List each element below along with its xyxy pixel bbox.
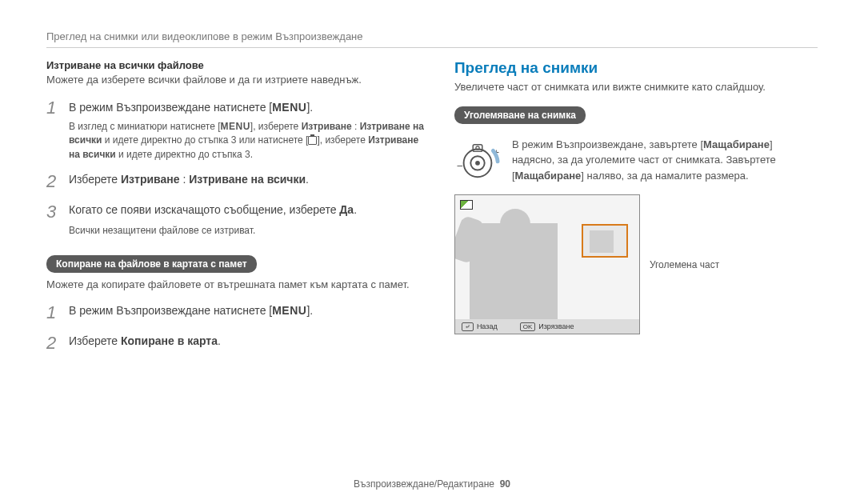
menu-label: MENU [272, 101, 306, 114]
step-2: 2 Изберете Изтриване : Изтриване на всич… [46, 171, 426, 192]
ok-button[interactable]: OK Изрязване [520, 322, 574, 331]
page-title: Преглед на снимки [454, 59, 818, 77]
trash-icon [308, 136, 317, 145]
heading-enlarge: Уголемяване на снимка [454, 106, 586, 124]
back-key-icon: ⤶ [462, 322, 474, 331]
ok-key-icon: OK [520, 322, 536, 331]
step-copy-2: 2 Изберете Копиране в карта. [46, 333, 426, 354]
svg-rect-5 [473, 145, 482, 152]
step-number: 3 [46, 202, 61, 222]
step-number: 2 [46, 171, 61, 192]
heading-delete-all: Изтриване на всички файлове [46, 59, 426, 71]
step-copy-1: 1 В режим Възпроизвеждане натиснете [MEN… [46, 302, 426, 323]
step-1-text-a: В режим Възпроизвеждане натиснете [ [69, 101, 272, 114]
step-1: 1 В режим Възпроизвеждане натиснете [MEN… [46, 98, 426, 118]
step-3-note: Всички незащитени файлове се изтриват. [69, 224, 426, 238]
back-button[interactable]: ⤶ Назад [462, 322, 498, 331]
zoom-description: В режим Възпроизвеждане, завъртете [Маща… [512, 137, 818, 184]
callout-label: Уголемена част [650, 259, 719, 270]
step-1-note: В изглед с миниатюри натиснете [MENU], и… [69, 120, 426, 162]
svg-text:−: − [457, 159, 463, 171]
heading-copy-files: Копиране на файлове в картата с памет [46, 255, 257, 273]
subtitle: Увеличете част от снимката или вижте сни… [454, 80, 818, 95]
zoom-dial-icon: + − [454, 137, 501, 183]
back-label: Назад [477, 322, 498, 330]
breadcrumb: Преглед на снимки или видеоклипове в реж… [46, 30, 818, 48]
callout-connector [639, 238, 640, 240]
ok-label: Изрязване [538, 322, 574, 330]
zoom-thumbnail [582, 224, 628, 258]
silhouette-body [470, 223, 558, 319]
step-3: 3 Когато се появи изскачащото съобщение,… [46, 202, 426, 222]
svg-point-2 [475, 161, 480, 166]
screenshot-row: ⤶ Назад OK Изрязване Уголемена част [454, 194, 818, 334]
step-number: 2 [46, 333, 61, 354]
photo-icon [460, 200, 473, 210]
content-columns: Изтриване на всички файлове Можете да из… [46, 59, 818, 354]
right-column: Преглед на снимки Увеличете част от сним… [454, 59, 818, 354]
zoom-row: + − В режим Възпроизвеждане, завъртете [… [454, 137, 818, 184]
left-column: Изтриване на всички файлове Можете да из… [46, 59, 426, 354]
playback-screenshot: ⤶ Назад OK Изрязване [454, 194, 640, 334]
footer-section: Възпроизвеждане/Редактиране [354, 478, 494, 490]
page-number: 90 [500, 478, 510, 490]
delete-all-desc: Можете да изберете всички файлове и да г… [46, 73, 426, 88]
copy-desc: Можете да копирате файловете от вътрешна… [46, 278, 426, 293]
step-number: 1 [46, 98, 61, 118]
page-footer: Възпроизвеждане/Редактиране 90 [0, 478, 864, 490]
step-1-text-b: ]. [306, 101, 313, 114]
step-number: 1 [46, 302, 61, 323]
screenshot-bottom-bar: ⤶ Назад OK Изрязване [455, 319, 639, 334]
